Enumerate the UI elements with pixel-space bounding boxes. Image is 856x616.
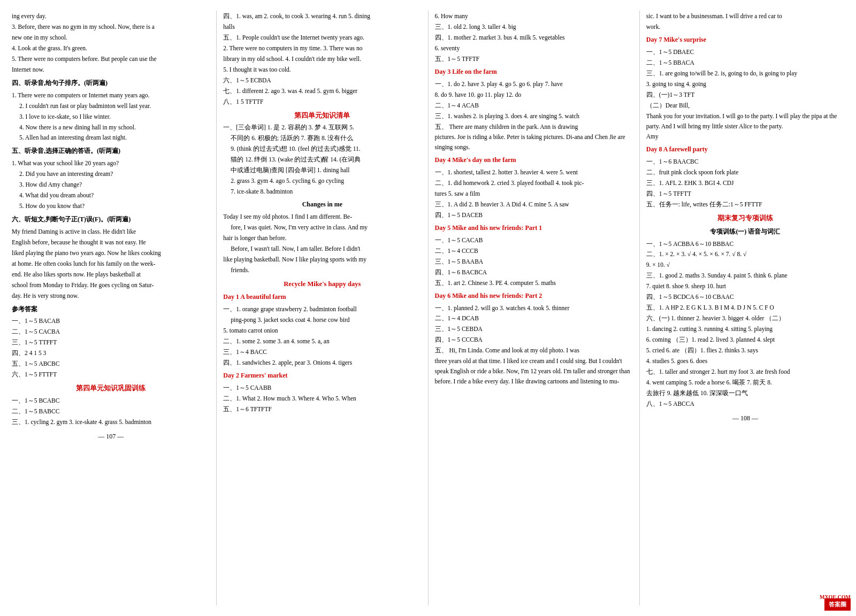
col1-line3: new one in my school. — [12, 33, 210, 43]
col4-day7-title: Day 7 Mike's surprise — [646, 35, 844, 45]
col2-recycle-title: Recycle Mike's happy days — [223, 279, 421, 290]
col4-pagenum: — 108 — — [646, 413, 844, 424]
col1-line5: 5. There were no computers before. But p… — [12, 54, 210, 64]
watermark: 答案圈 — [824, 598, 851, 611]
col1-section3: 六、听短文,判断句子正(T)误(F)。(听两遍) — [12, 214, 210, 225]
column-3: 6. How many 三、1. old 2. long 3. taller 4… — [429, 11, 640, 605]
col2-unit4-vocab: 第四单元知识清单 — [223, 110, 421, 121]
page-container: ing every day. 3. Before, there was no g… — [0, 0, 856, 616]
col2-day1-title: Day 1 A beautiful farm — [223, 292, 421, 303]
col1-unit4-title: 第四单元知识巩固训练 — [12, 383, 210, 394]
col2-day2-title: Day 2 Farmers' market — [223, 371, 421, 381]
col4-final-review: 期末复习专项训练 — [646, 213, 844, 224]
col3-day6-title: Day 6 Mike and his new friends: Part 2 — [435, 291, 633, 302]
col4-day8-title: Day 8 A farewell party — [646, 144, 844, 155]
col3-day4-title: Day 4 Mike's day on the farm — [435, 155, 633, 166]
answer-logo: MXQE.COM — [820, 594, 851, 600]
col4-special-train: 专项训练(一) 语音与词汇 — [646, 227, 844, 237]
col1-line6: Internet now. — [12, 65, 210, 75]
col3-day5-title: Day 5 Mike and his new friends: Part 1 — [435, 223, 633, 234]
column-2: 四、1. was, am 2. cook, to cook 3. wearing… — [217, 11, 428, 605]
col1-section1: 四、听录音,给句子排序。(听两遍) — [12, 78, 210, 89]
col2-changes-title: Changes in me — [223, 199, 421, 210]
col1-ref: 参考答案 — [12, 304, 210, 315]
column-1: ing every day. 3. Before, there was no g… — [5, 11, 217, 605]
column-4: sic. I want to be a businessman. I will … — [640, 11, 851, 605]
col1-pagenum: — 107 — — [12, 432, 210, 442]
col1-section2: 五、听录音,选择正确的答语。(听两遍) — [12, 146, 210, 157]
col3-day3-title: Day 3 Life on the farm — [435, 67, 633, 78]
col1-line1: ing every day. — [12, 11, 210, 21]
col1-line2: 3. Before, there was no gym in my school… — [12, 22, 210, 32]
col1-line4: 4. Look at the grass. It's green. — [12, 43, 210, 53]
